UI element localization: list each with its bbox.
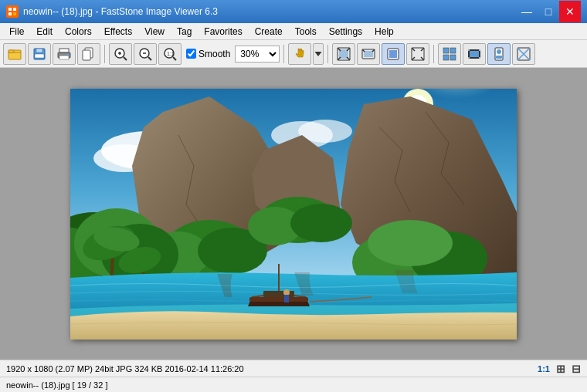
svg-text:1:1: 1:1 — [167, 51, 175, 56]
svg-rect-6 — [8, 50, 14, 52]
svg-rect-77 — [249, 297, 308, 302]
menu-colors[interactable]: Colors — [59, 23, 98, 39]
thumbnails-button[interactable] — [438, 43, 461, 65]
svg-rect-40 — [479, 49, 480, 51]
svg-point-44 — [497, 49, 501, 54]
svg-rect-9 — [35, 54, 44, 58]
svg-rect-41 — [468, 57, 470, 59]
main-image-area[interactable] — [0, 68, 587, 360]
filmstrip-button[interactable] — [463, 43, 486, 65]
svg-rect-36 — [450, 55, 456, 60]
svg-rect-3 — [8, 12, 12, 15]
close-button[interactable]: ✕ — [559, 1, 581, 22]
svg-line-19 — [124, 57, 127, 60]
zoom-original-button[interactable]: 1:1 — [158, 43, 182, 65]
window-title: neowin-- (18).jpg - FastStone Image View… — [23, 6, 516, 17]
menu-help[interactable]: Help — [368, 23, 400, 39]
image-info: 1920 x 1080 (2.07 MP) 24bit JPG 324 KB 2… — [6, 364, 244, 373]
open-folder-button[interactable] — [3, 43, 26, 65]
svg-rect-33 — [443, 48, 449, 53]
svg-rect-45 — [496, 56, 502, 59]
image-display — [70, 89, 517, 340]
svg-point-80 — [283, 289, 290, 296]
status-right: 1:1 ⊞ ⊟ — [538, 363, 581, 375]
svg-rect-8 — [36, 49, 42, 52]
window-fit-icon[interactable]: ⊟ — [572, 363, 581, 375]
svg-rect-35 — [443, 55, 449, 60]
actual-size-view-button[interactable] — [382, 43, 405, 65]
menu-favorites[interactable]: Favorites — [198, 23, 248, 39]
zoom-ratio: 1:1 — [538, 364, 550, 373]
svg-rect-31 — [389, 50, 397, 58]
svg-point-13 — [67, 53, 70, 56]
title-bar: neowin-- (18).jpg - FastStone Image View… — [0, 0, 587, 23]
svg-rect-29 — [364, 51, 373, 57]
pan-dropdown[interactable] — [313, 43, 324, 65]
menu-settings[interactable]: Settings — [323, 23, 368, 39]
menu-file[interactable]: File — [3, 23, 30, 39]
separator-1 — [104, 45, 105, 63]
menu-bar: File Edit Colors Effects View Tag Favori… — [0, 23, 587, 40]
svg-rect-38 — [470, 51, 479, 57]
svg-point-61 — [368, 220, 453, 266]
svg-rect-2 — [13, 8, 16, 11]
scene-svg — [70, 89, 517, 340]
minimize-button[interactable]: — — [516, 1, 538, 22]
svg-rect-10 — [59, 49, 69, 52]
separator-2 — [283, 45, 284, 63]
menu-create[interactable]: Create — [249, 23, 289, 39]
fit-width-button[interactable] — [357, 43, 380, 65]
menu-edit[interactable]: Edit — [30, 23, 59, 39]
print-button[interactable] — [53, 43, 76, 65]
menu-tag[interactable]: Tag — [171, 23, 198, 39]
svg-rect-42 — [479, 57, 480, 59]
screen-fit-icon[interactable]: ⊞ — [556, 363, 565, 375]
svg-point-67 — [290, 204, 352, 242]
svg-rect-81 — [284, 295, 289, 302]
filename-status: neowin-- (18).jpg [ 19 / 32 ] — [6, 380, 107, 390]
svg-rect-34 — [450, 48, 456, 53]
status-bar: 1920 x 1080 (2.07 MP) 24bit JPG 324 KB 2… — [0, 360, 587, 377]
save-button[interactable] — [28, 43, 51, 65]
fit-window-button[interactable] — [332, 43, 355, 65]
menu-view[interactable]: View — [138, 23, 171, 39]
zoom-select[interactable]: 30% 10% 25% 50% 75% 100% — [235, 46, 280, 63]
pan-button[interactable] — [288, 43, 311, 65]
smooth-option[interactable]: Smooth — [183, 49, 233, 59]
smooth-label: Smooth — [198, 49, 230, 59]
smooth-checkbox[interactable] — [186, 49, 196, 59]
zoom-out-button[interactable] — [134, 43, 157, 65]
svg-rect-39 — [468, 49, 470, 51]
toolbar: 1:1 Smooth 30% 10% 25% 50% 75% 100% — [0, 40, 587, 68]
svg-rect-1 — [8, 8, 12, 11]
zoom-in-button[interactable] — [109, 43, 132, 65]
svg-line-25 — [173, 57, 176, 60]
app-icon — [6, 5, 19, 18]
separator-3 — [327, 45, 328, 63]
maximize-button[interactable]: □ — [538, 1, 559, 22]
separator-4 — [433, 45, 434, 63]
svg-line-22 — [148, 57, 151, 60]
stretch-button[interactable] — [512, 43, 535, 65]
svg-rect-78 — [263, 291, 294, 297]
svg-rect-4 — [13, 12, 16, 15]
bottom-bar: neowin-- (18).jpg [ 19 / 32 ] — [0, 377, 587, 392]
menu-effects[interactable]: Effects — [98, 23, 138, 39]
copy-button[interactable] — [77, 43, 100, 65]
fullscreen-button[interactable] — [406, 43, 429, 65]
svg-rect-12 — [59, 56, 69, 59]
menu-tools[interactable]: Tools — [289, 23, 323, 39]
portrait-button[interactable] — [487, 43, 511, 65]
window-controls: — □ ✕ — [516, 1, 581, 22]
svg-rect-15 — [83, 50, 90, 60]
